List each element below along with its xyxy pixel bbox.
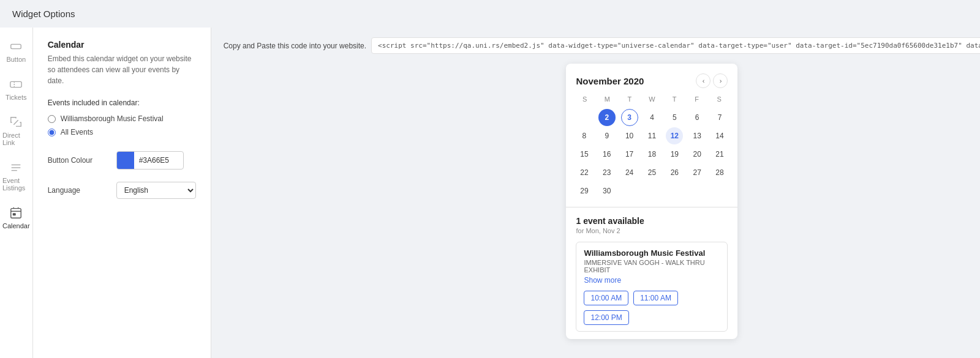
calendar-days: 2 3 4 5 6 7 8 9 10 11 12 13 [573,109,730,200]
content-panel: Calendar Embed this calendar widget on y… [33,28,211,358]
calendar-icon [9,206,23,220]
cal-day-6[interactable]: 6 [688,109,706,126]
day-header-f: F [685,93,708,105]
radio-specific-event[interactable]: Williamsborough Music Festival [48,114,196,123]
sidebar: Button Tickets Direct Link [0,28,33,358]
day-header-t2: T [663,93,686,105]
show-more-link[interactable]: Show more [584,276,720,285]
cal-day-14[interactable]: 14 [711,127,728,144]
cal-day-empty5 [688,182,706,200]
cal-day-12[interactable]: 12 [666,127,683,144]
cal-day-17[interactable]: 17 [621,146,638,163]
cal-day-29[interactable]: 29 [576,182,593,200]
language-select[interactable]: English French Spanish [116,182,196,199]
color-swatch[interactable] [117,152,134,169]
day-header-s2: S [708,93,731,105]
code-bar: Copy and Paste this code into your websi… [224,37,980,54]
cal-day-2[interactable]: 2 [598,109,616,126]
calendar-nav: ‹ › [696,73,728,88]
sidebar-item-calendar[interactable]: Calendar [0,200,32,236]
radio-group: Williamsborough Music Festival All Event… [48,114,196,136]
language-row: Language English French Spanish [48,182,196,199]
day-header-s1: S [573,93,596,105]
cal-day-empty4 [666,182,683,200]
cal-day-8[interactable]: 8 [576,127,593,144]
cal-day-20[interactable]: 20 [688,146,706,163]
calendar-month-title: November 2020 [576,76,644,86]
cal-day-5[interactable]: 5 [666,109,683,126]
cal-day-13[interactable]: 13 [688,127,706,144]
button-colour-label: Button Colour [48,156,109,165]
calendar-widget: November 2020 ‹ › S M T W T [566,64,737,339]
cal-day-16[interactable]: 16 [598,146,616,163]
calendar-grid: S M T W T F S 2 3 [566,93,737,207]
code-bar-label: Copy and Paste this code into your websi… [224,42,366,50]
time-slots: 10:00 AM 11:00 AM 12:00 PM [584,291,720,325]
day-header-w: W [641,93,663,105]
cal-day-24[interactable]: 24 [621,164,638,181]
day-header-m: M [596,93,619,105]
language-label: Language [48,186,109,195]
code-snippet: <script src="https://qa.uni.rs/embed2.js… [371,37,980,54]
sidebar-item-tickets-label: Tickets [6,94,26,101]
cal-day-4[interactable]: 4 [643,109,660,126]
time-slot-1[interactable]: 10:00 AM [584,291,628,305]
page-wrapper: Widget Options Button Tickets [0,0,980,358]
sidebar-item-event-listings-label: Event Listings [2,177,30,192]
page-title: Widget Options [0,0,980,28]
svg-rect-7 [11,209,21,218]
color-text-input[interactable] [134,154,183,167]
cal-day-19[interactable]: 19 [666,146,683,163]
cal-day-21[interactable]: 21 [711,146,728,163]
cal-day-23[interactable]: 23 [598,164,616,181]
right-panel: Copy and Paste this code into your websi… [211,28,980,358]
radio-all-input[interactable] [48,129,56,136]
cal-day-9[interactable]: 9 [598,127,616,144]
time-slot-3[interactable]: 12:00 PM [584,310,628,325]
cal-day-18[interactable]: 18 [643,146,660,163]
event-listings-icon [9,161,23,174]
calendar-prev-button[interactable]: ‹ [696,73,710,88]
cal-day-10[interactable]: 10 [621,127,638,144]
direct-link-icon [9,116,23,129]
sidebar-item-button[interactable]: Button [0,34,32,69]
tickets-icon [9,78,23,91]
cal-day-25[interactable]: 25 [643,164,660,181]
sidebar-item-event-listings[interactable]: Event Listings [0,155,32,198]
radio-specific-label: Williamsborough Music Festival [61,114,164,123]
day-header-t1: T [619,93,641,105]
preview-area: November 2020 ‹ › S M T W T [224,64,980,339]
sidebar-item-tickets[interactable]: Tickets [0,72,32,107]
button-colour-row: Button Colour [48,151,196,170]
button-icon [9,40,23,53]
calendar-days-header: S M T W T F S [573,93,730,105]
calendar-events-section: 1 event available for Mon, Nov 2 William… [566,207,737,339]
cal-day-7[interactable]: 7 [711,109,728,126]
svg-rect-1 [10,81,21,87]
cal-day-3[interactable]: 3 [621,109,638,126]
calendar-next-button[interactable]: › [713,73,728,88]
radio-all-events[interactable]: All Events [48,128,196,136]
radio-specific-input[interactable] [48,115,56,123]
svg-line-3 [14,120,18,124]
cal-day-15[interactable]: 15 [576,146,593,163]
event-subtitle: IMMERSIVE VAN GOGH - WALK THRU EXHIBIT [584,259,720,274]
sidebar-item-direct-link[interactable]: Direct Link [0,110,32,152]
cal-day-22[interactable]: 22 [576,164,593,181]
sidebar-item-direct-link-label: Direct Link [2,132,30,146]
section-subtitle: Embed this calendar widget on your websi… [48,53,196,86]
sidebar-item-button-label: Button [6,56,26,63]
cal-day-28[interactable]: 28 [711,164,728,181]
cal-day-30[interactable]: 30 [598,182,616,200]
color-picker-group[interactable] [116,151,184,170]
cal-day-11[interactable]: 11 [643,127,660,144]
time-slot-2[interactable]: 11:00 AM [633,291,678,305]
cal-day-empty6 [711,182,728,200]
section-heading: Calendar [48,40,196,50]
main-layout: Button Tickets Direct Link [0,28,980,358]
event-card: Williamsborough Music Festival IMMERSIVE… [576,242,728,332]
cal-day-27[interactable]: 27 [688,164,706,181]
cal-day-26[interactable]: 26 [666,164,683,181]
calendar-header: November 2020 ‹ › [566,64,737,93]
sidebar-item-calendar-label: Calendar [2,222,30,229]
